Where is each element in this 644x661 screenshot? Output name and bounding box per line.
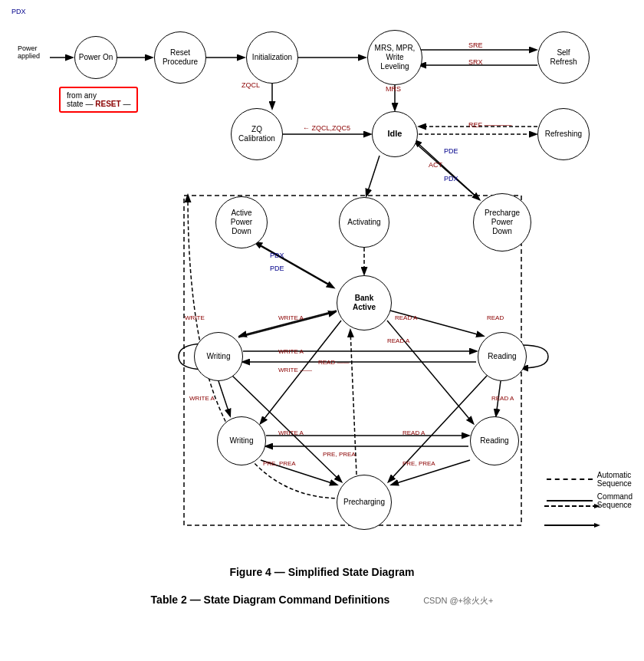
label-pdx: PDX xyxy=(444,175,458,183)
label-write-a-cross: WRITE A xyxy=(278,348,304,355)
label-read-a-top: READ A xyxy=(395,314,417,321)
node-refreshing: Refreshing xyxy=(537,108,590,160)
page-container: Powerapplied Power On ResetProcedure Ini… xyxy=(0,0,644,618)
label-zqcl: ZQCL xyxy=(242,81,260,89)
node-initialization: Initialization xyxy=(246,31,298,84)
label-pre-prea-right: PRE, PREA xyxy=(402,460,435,467)
svg-line-19 xyxy=(255,242,332,286)
node-zq-calibration: ZQCalibration xyxy=(231,108,283,160)
label-pdx-bank: PDX xyxy=(270,252,284,259)
node-power-on: Power On xyxy=(74,36,117,79)
label-read-a-cross: READ A xyxy=(387,337,409,344)
reset-box: from anystate — RESET — xyxy=(59,87,138,113)
label-pde: PDE xyxy=(444,147,458,155)
legend: AutomaticSequence CommandSequence xyxy=(547,471,632,514)
label-write-a-ba: WRITE A xyxy=(278,314,304,321)
label-read-cross: READ —— xyxy=(318,359,349,366)
diagram-area: Powerapplied Power On ResetProcedure Ini… xyxy=(12,8,640,560)
label-write-cross: WRITE —— xyxy=(278,367,312,373)
node-reading-top: Reading xyxy=(478,332,527,381)
label-write-top-ba: WRITE xyxy=(185,314,205,321)
node-writing-bot: Writing xyxy=(217,416,266,465)
node-writing-top: Writing xyxy=(194,332,243,381)
legend-command-label: CommandSequence xyxy=(597,492,632,509)
svg-marker-40 xyxy=(594,523,600,528)
power-applied-label: Powerapplied xyxy=(18,44,40,60)
label-ref: REF ———— xyxy=(468,121,512,129)
label-pde-bank: PDE xyxy=(270,265,284,272)
label-act: ACT xyxy=(429,161,442,169)
node-self-refresh: SelfRefresh xyxy=(537,31,590,84)
node-reset-procedure: ResetProcedure xyxy=(154,31,206,84)
legend-dashed-line xyxy=(547,478,593,480)
label-read-ba: READ xyxy=(487,314,504,321)
node-idle: Idle xyxy=(372,111,418,157)
svg-line-14 xyxy=(366,156,380,196)
label-srx: SRX xyxy=(468,58,483,66)
svg-line-18 xyxy=(257,244,334,288)
node-active-power-down: ActivePowerDown xyxy=(215,196,268,248)
label-zqcl-zqc5: ← ZQCL,ZQC5 xyxy=(303,124,350,132)
label-mrs: MRS xyxy=(386,85,401,93)
label-sre: SRE xyxy=(468,41,483,49)
legend-automatic: AutomaticSequence xyxy=(547,471,632,488)
legend-command: CommandSequence xyxy=(547,492,632,509)
label-pdx2: PDX xyxy=(12,8,26,15)
label-read-a-bot-cross: READ A xyxy=(402,429,425,436)
node-reading-bot: Reading xyxy=(470,416,519,465)
label-write-a-bot: WRITE A xyxy=(189,395,215,402)
label-read-a-bot: READ A xyxy=(491,395,514,402)
legend-automatic-label: AutomaticSequence xyxy=(597,471,632,488)
node-activating: Activating xyxy=(339,197,389,248)
table-caption: Table 2 — State Diagram Command Definiti… xyxy=(12,594,632,607)
node-bank-active: BankActive xyxy=(337,275,392,330)
label-pre-prea-left: PRE, PREA xyxy=(263,460,296,467)
figure-caption: Figure 4 — Simplified State Diagram xyxy=(12,566,632,578)
label-pre-prea-top: PRE, PREA xyxy=(323,451,356,458)
node-precharge-power-down: PrechargePowerDown xyxy=(473,193,531,252)
svg-line-36 xyxy=(387,321,473,423)
label-write-a-bot-cross: WRITE A xyxy=(278,429,304,436)
svg-line-26 xyxy=(219,381,230,416)
watermark: CSDN @+徐火火+ xyxy=(423,596,493,605)
node-precharging: Precharging xyxy=(337,475,392,530)
legend-solid-line xyxy=(547,500,593,502)
node-mrs-mpr: MRS, MPR,WriteLeveling xyxy=(367,30,422,85)
